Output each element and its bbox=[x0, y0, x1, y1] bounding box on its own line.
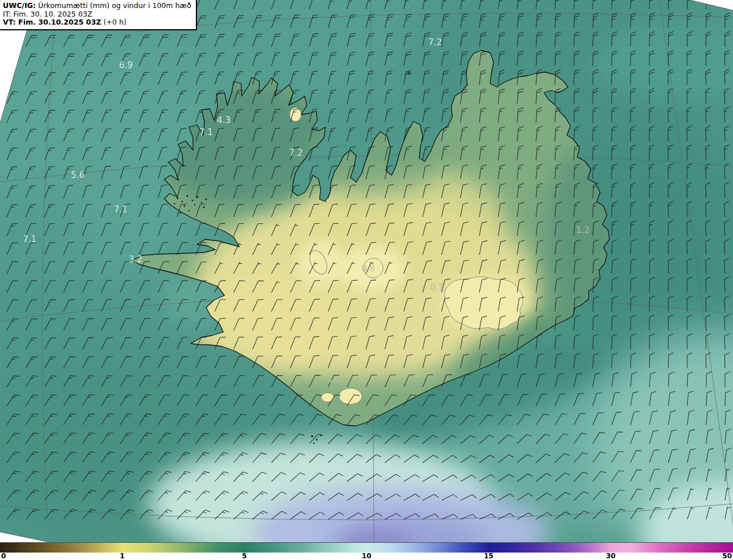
precip-extreme-label: 7.1 bbox=[199, 127, 213, 137]
valid-time-offset: (+0 h) bbox=[101, 18, 127, 26]
precip-extreme-label: 7.1 bbox=[23, 234, 37, 244]
colorbar-tick-label: 5 bbox=[242, 552, 246, 560]
precip-extreme-label: 4.3 bbox=[217, 115, 231, 125]
map-product-title: UWC/IG: Úrkomumætti (mm) og vindur i 100… bbox=[3, 2, 191, 10]
map-canvas: 6.97.24.37.17.25.67.11.27.13.20.80.71.6 bbox=[0, 0, 733, 543]
colorbar-tick-label: 15 bbox=[484, 552, 494, 560]
vatnajokull-glacier bbox=[444, 277, 523, 329]
precip-extreme-label: 0.8 bbox=[361, 263, 375, 274]
colorbar-tick-label: 0 bbox=[1, 552, 6, 560]
product-subtitle: Úrkomumætti (mm) og vindur i 100m hæð bbox=[36, 1, 191, 10]
map-title-box: UWC/IG: Úrkomumætti (mm) og vindur i 100… bbox=[0, 0, 197, 30]
precip-extreme-label: 0.7 bbox=[430, 282, 444, 293]
colorbar-tick-label: 10 bbox=[362, 552, 372, 560]
weather-map-app: 6.97.24.37.17.25.67.11.27.13.20.80.71.6 … bbox=[0, 0, 733, 560]
colorbar: 01510153050 bbox=[0, 542, 733, 560]
precip-extreme-label: 1.2 bbox=[576, 225, 590, 235]
precip-extreme-label: 3.2 bbox=[129, 254, 143, 265]
precip-extreme-label: 1.6 bbox=[328, 374, 342, 385]
precipitation-wind-map: 6.97.24.37.17.25.67.11.27.13.20.80.71.6 bbox=[0, 0, 733, 543]
colorbar-tick-label: 1 bbox=[120, 552, 124, 560]
colorbar-tick-label: 50 bbox=[722, 552, 732, 560]
precip-extreme-label: 7.2 bbox=[289, 148, 303, 158]
precip-extreme-label: 6.9 bbox=[119, 60, 133, 70]
colorbar-tick-label: 30 bbox=[606, 552, 616, 560]
eyjafjallajokull-glacier bbox=[321, 393, 334, 402]
init-time: IT: Fim. 30. 10. 2025 03Z bbox=[3, 10, 191, 19]
colorbar-gradient bbox=[0, 543, 733, 553]
colorbar-tick-labels: 01510153050 bbox=[0, 553, 733, 560]
precip-extreme-label: 7.1 bbox=[114, 204, 128, 215]
valid-time: VT: Fim. 30.10.2025 03Z (+0 h) bbox=[3, 18, 191, 27]
precip-extreme-label: 5.6 bbox=[71, 170, 85, 180]
product-code: UWC/IG: bbox=[3, 1, 36, 10]
precip-extreme-label: 7.2 bbox=[428, 37, 442, 48]
valid-time-main: VT: Fim. 30.10.2025 03Z bbox=[3, 18, 101, 26]
myrdalsjokull-glacier bbox=[339, 388, 362, 404]
